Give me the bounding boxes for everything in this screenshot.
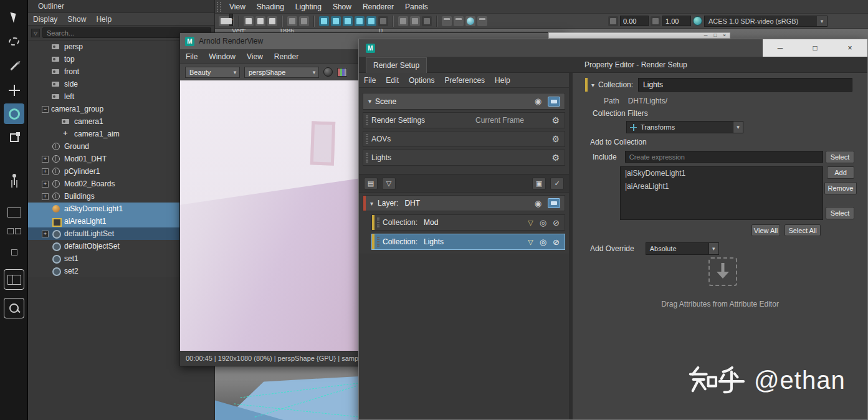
scene-visibility-icon[interactable]: ◉ [535,97,541,106]
status-separator[interactable] [282,16,283,27]
exposure-icon[interactable] [608,16,618,26]
chevron-down-icon[interactable]: ▾ [368,98,371,105]
new-scene-icon[interactable] [244,16,254,26]
list-item-aiarealight1[interactable]: |aiAreaLight1 [621,180,823,193]
exposure-field[interactable] [620,16,649,26]
expand-toggle[interactable]: + [42,231,49,237]
menu-options[interactable]: Options [404,76,439,85]
save-scene-icon[interactable] [267,16,277,26]
close-button[interactable]: × [832,39,867,57]
make-live-icon[interactable] [378,16,388,26]
expand-toggle[interactable]: + [42,193,49,200]
status-separator[interactable] [393,16,394,27]
menu-panels[interactable]: Panels [399,0,434,14]
include-filter-icon[interactable]: ▽ [528,238,533,246]
render-setup-titlebar[interactable]: M ─ □ × [359,39,867,57]
expand-toggle[interactable]: + [42,181,49,188]
outliner-persp-layout-button[interactable] [4,269,24,290]
background-window-titlebar[interactable]: ─ □ × [548,32,730,39]
menu-file[interactable]: File [180,52,203,61]
rotate-tool-button[interactable] [4,103,24,124]
lights-row[interactable]: Lights ⚙ [363,150,565,166]
include-list[interactable]: |aiSkyDomeLight1 |aiAreaLight1 [620,166,823,220]
isolate-icon[interactable]: ◎ [540,218,546,227]
expand-toggle[interactable]: + [42,168,49,175]
create-layer-icon[interactable]: ▤ [364,178,378,189]
construction-history-icon[interactable] [422,16,432,26]
layer-dht-row[interactable]: ▾ Layer: DHT ◉ [363,195,565,211]
menu-help[interactable]: Help [490,76,515,85]
colorspace-dropdown[interactable]: ACES 1.0 SDR-video (sRGB) ▾ [704,16,827,27]
render-current-frame-icon[interactable] [454,16,464,26]
rgba-channels-icon[interactable] [337,68,347,77]
collection-name-field[interactable] [638,78,852,92]
close-icon[interactable]: × [723,33,726,38]
minimize-button[interactable]: ─ [763,39,798,57]
open-scene-icon[interactable] [255,16,265,26]
disable-icon[interactable]: ⊘ [553,218,560,227]
undo-icon[interactable] [287,16,297,26]
menu-render[interactable]: Render [269,52,304,61]
tab-render-setup[interactable]: Render Setup [366,57,427,73]
gear-icon[interactable]: ⚙ [551,134,560,144]
menu-renderer[interactable]: Renderer [357,0,399,14]
output-connections-icon[interactable] [410,16,420,26]
snap-curve-icon[interactable] [331,16,341,26]
drag-grip[interactable] [366,134,368,144]
status-separator[interactable] [238,16,239,27]
select-expression-button[interactable]: Select [826,151,854,163]
chevron-down-icon[interactable]: ▾ [591,82,594,88]
menu-display[interactable]: Display [28,15,62,24]
filters-dropdown[interactable]: Transforms [626,121,733,133]
search-filter-icon[interactable]: ▽ [31,29,40,37]
character-tool-button[interactable] [4,169,24,190]
filters-dropdown-arrow[interactable]: ▾ [733,121,743,133]
validate-icon[interactable]: ✓ [550,178,564,189]
gamma-icon[interactable] [651,16,661,26]
collection-mod-row[interactable]: Collection: Mod ▽ ◎ ⊘ [371,214,565,231]
camera-dropdown[interactable]: perspShape ▾ [244,67,319,78]
select-all-button[interactable]: Select All [785,224,821,236]
minimize-icon[interactable]: ─ [704,33,708,38]
paint-select-tool-button[interactable] [4,56,24,77]
expand-toggle[interactable]: + [42,156,49,163]
drag-grip[interactable] [366,153,368,163]
drag-grip[interactable] [366,115,368,125]
scene-selector-icon[interactable]: ▾ [219,16,234,26]
lasso-select-tool-button[interactable] [4,31,24,52]
menu-edit[interactable]: Edit [381,76,404,85]
move-tool-button[interactable] [4,80,24,100]
override-drop-zone[interactable] [708,257,737,286]
light-editor-icon[interactable]: ▣ [532,178,546,189]
snap-center-icon[interactable] [355,16,365,26]
open-render-view-icon[interactable] [442,16,452,26]
override-dropdown-arrow[interactable]: ▾ [709,242,719,255]
create-collection-icon[interactable]: ▽ [382,178,396,189]
remove-button[interactable]: Remove [824,182,857,194]
layer-renderable-icon[interactable] [548,198,560,208]
gamma-field[interactable] [662,16,691,26]
redo-icon[interactable] [299,16,309,26]
gear-icon[interactable]: ⚙ [551,115,560,125]
maximize-icon[interactable]: □ [713,33,717,38]
panel-grip[interactable] [217,2,221,12]
override-mode-dropdown[interactable]: Absolute [646,242,709,255]
menu-file[interactable]: File [359,76,381,85]
add-button[interactable]: Add [827,166,854,179]
menu-lighting[interactable]: Lighting [290,0,327,14]
menu-show[interactable]: Show [62,15,91,24]
drag-grip[interactable] [377,217,379,227]
aovs-row[interactable]: AOVs ⚙ [363,131,565,147]
snap-view-plane-icon[interactable] [366,16,376,26]
chevron-down-icon[interactable]: ▾ [370,200,373,207]
isolate-icon[interactable]: ◎ [540,237,546,247]
drag-grip[interactable] [377,237,379,247]
maximize-button[interactable]: □ [798,39,832,57]
scene-header-row[interactable]: ▾ Scene ◉ [363,93,565,110]
menu-view[interactable]: View [241,52,269,61]
scale-tool-button[interactable] [4,127,24,148]
scene-renderable-icon[interactable] [548,97,560,107]
select-tool-button[interactable] [4,6,24,27]
render-sphere-icon[interactable] [323,67,333,77]
menu-help[interactable]: Help [91,15,117,24]
